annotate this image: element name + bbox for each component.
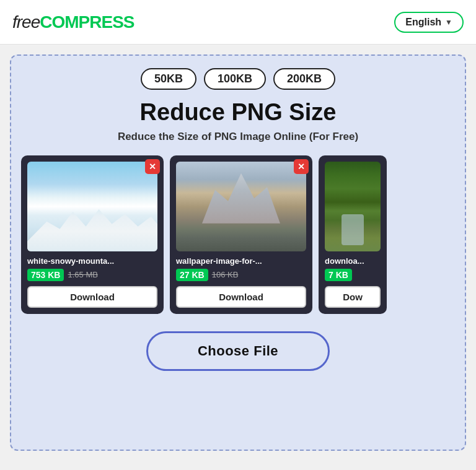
size-badge-50kb[interactable]: 50KB	[141, 68, 196, 90]
card-size-old-1: 1.65 MB	[68, 270, 97, 279]
chevron-down-icon: ▼	[445, 18, 452, 27]
download-button-1[interactable]: Download	[27, 286, 157, 308]
choose-file-button[interactable]: Choose File	[146, 331, 330, 371]
card-size-old-2: 106 KB	[212, 270, 239, 279]
card-size-new-1: 753 KB	[27, 269, 64, 281]
cards-row: ✕ white-snowy-mounta... 753 KB 1.65 MB D…	[21, 155, 455, 316]
size-badge-100kb[interactable]: 100KB	[204, 68, 266, 90]
card-sizes-3: 7 KB	[325, 269, 381, 281]
size-badges-row: 50KB 100KB 200KB	[21, 68, 455, 90]
logo-free-text: free	[12, 12, 40, 32]
download-button-3[interactable]: Dow	[325, 286, 381, 308]
image-card-2: ✕ wallpaper-image-for-... 27 KB 106 KB D…	[170, 155, 312, 314]
card-filename-1: white-snowy-mounta...	[27, 256, 157, 266]
card-image-1	[27, 162, 157, 251]
main-container: 50KB 100KB 200KB Reduce PNG Size Reduce …	[10, 54, 466, 451]
card-filename-3: downloa...	[325, 256, 381, 266]
header: freeCOMPRESS English ▼	[0, 0, 476, 45]
card-filename-2: wallpaper-image-for-...	[176, 256, 306, 266]
page-title: Reduce PNG Size	[21, 100, 455, 126]
card-size-new-3: 7 KB	[325, 269, 352, 281]
logo: freeCOMPRESS	[12, 12, 134, 32]
size-badge-200kb[interactable]: 200KB	[273, 68, 335, 90]
card-sizes-2: 27 KB 106 KB	[176, 269, 306, 281]
language-button[interactable]: English ▼	[394, 12, 464, 33]
card-close-button-2[interactable]: ✕	[294, 159, 309, 174]
card-image-3	[325, 162, 381, 251]
card-size-new-2: 27 KB	[176, 269, 208, 281]
page-subtitle: Reduce the Size of PNG Image Online (For…	[21, 131, 455, 143]
card-close-button-1[interactable]: ✕	[145, 159, 160, 174]
image-card-3: downloa... 7 KB Dow	[319, 155, 387, 314]
language-label: English	[405, 17, 441, 28]
logo-compress-text: COMPRESS	[40, 12, 134, 32]
card-image-2	[176, 162, 306, 251]
card-sizes-1: 753 KB 1.65 MB	[27, 269, 157, 281]
choose-file-wrapper: Choose File	[21, 331, 455, 371]
image-card-1: ✕ white-snowy-mounta... 753 KB 1.65 MB D…	[21, 155, 164, 314]
download-button-2[interactable]: Download	[176, 286, 306, 308]
